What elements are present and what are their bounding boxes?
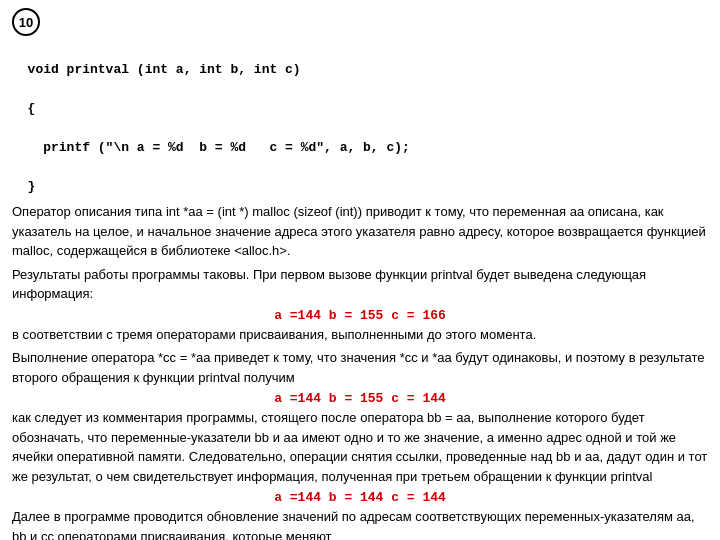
paragraph-6: Далее в программе проводится обновление … <box>12 507 708 540</box>
result-3: a =144 b = 144 c = 144 <box>12 490 708 505</box>
result-1: a =144 b = 155 c = 166 <box>12 308 708 323</box>
result-2: a =144 b = 155 c = 144 <box>12 391 708 406</box>
page-number-circle: 10 <box>12 8 40 36</box>
paragraph-1: Оператор описания типа int *aa = (int *)… <box>12 202 708 261</box>
code-block: void printval (int a, int b, int c) { pr… <box>12 40 708 196</box>
paragraph-4: Выполнение оператора *cc = *aa приведет … <box>12 348 708 387</box>
paragraph-2: Результаты работы программы таковы. При … <box>12 265 708 304</box>
paragraph-3: в соответствии с тремя операторами присв… <box>12 325 708 345</box>
paragraph-5: как следует из комментария программы, ст… <box>12 408 708 486</box>
